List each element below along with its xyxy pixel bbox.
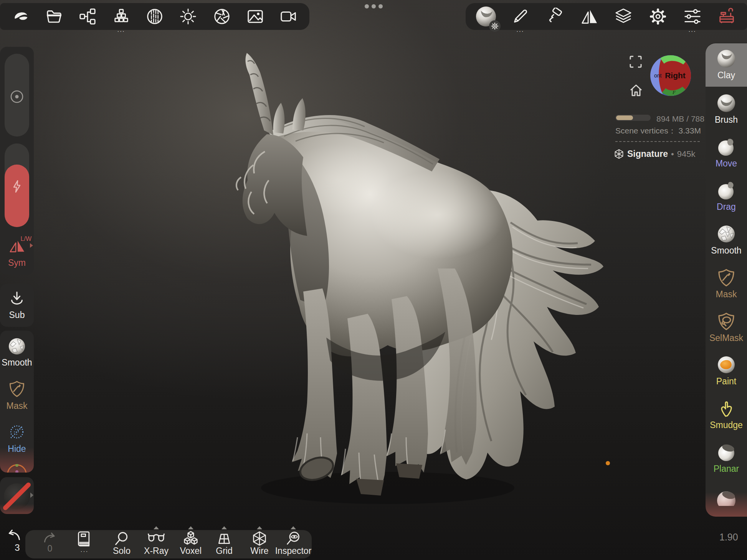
redo-count: 0 [48, 544, 53, 553]
grid-caret [221, 526, 227, 529]
scene-object-count: 945k [677, 149, 696, 159]
xray-label: X-Ray [144, 546, 169, 555]
debug-toolbox-button[interactable] [714, 4, 739, 29]
tool-selmask[interactable]: SelMask [706, 306, 747, 349]
lighting-button[interactable] [176, 4, 200, 29]
stroke-pencil-button[interactable]: ... [508, 4, 532, 29]
stroke-marker-dot [606, 461, 610, 465]
tool-partial-next[interactable] [706, 481, 747, 517]
solo-button[interactable]: Solo [104, 531, 139, 558]
tool-drag[interactable]: Drag [706, 175, 747, 218]
tool-clay[interactable]: Clay [706, 43, 747, 87]
zoom-level: 1.90 [719, 532, 738, 543]
inspector-button[interactable]: Inspector [276, 531, 311, 558]
material-button[interactable] [474, 4, 498, 29]
sym-label[interactable]: Sym [0, 258, 34, 268]
mirror-symmetry-button[interactable] [577, 4, 602, 29]
image-export-button[interactable] [243, 4, 268, 29]
tool-label: SelMask [709, 333, 743, 343]
hide-quick-label[interactable]: Hide [0, 444, 34, 454]
grid-button[interactable]: Grid [207, 531, 242, 558]
scene-object-sep: • [671, 149, 674, 159]
layers-button[interactable] [611, 4, 636, 29]
glasses-icon [147, 531, 165, 546]
partial-sphere-icon [716, 486, 736, 506]
tool-paint[interactable]: Paint [706, 349, 747, 393]
interface-sliders-button[interactable]: ... [680, 4, 705, 29]
wire-button[interactable]: Wire [242, 531, 277, 558]
pencil-overflow: ... [508, 28, 532, 32]
tool-planar[interactable]: Planar [706, 437, 747, 480]
clay-sphere-icon [716, 49, 736, 69]
paint-roller-button[interactable] [542, 4, 567, 29]
radius-slider[interactable] [5, 54, 29, 137]
voxel-button[interactable]: Voxel [173, 531, 208, 558]
brush-sphere-icon [716, 93, 736, 113]
memory-bar-fill [616, 115, 633, 120]
tool-mask[interactable]: Mask [706, 262, 747, 306]
smooth-quick-icon[interactable] [0, 337, 34, 356]
render-aperture-button[interactable] [210, 4, 234, 29]
sub-icon[interactable] [0, 290, 34, 308]
wireframe-hex-icon [251, 531, 268, 546]
tool-label: Mask [716, 289, 737, 300]
video-capture-button[interactable] [276, 4, 301, 29]
tool-smooth[interactable]: Smooth [706, 219, 747, 262]
tool-move[interactable]: Move [706, 132, 747, 175]
smooth-quick-label[interactable]: Smooth [0, 357, 34, 368]
navball-face-label: Right [665, 71, 686, 80]
inspector-caret [291, 526, 296, 529]
mesh-icon [614, 149, 624, 159]
tool-label: Smudge [710, 420, 743, 430]
tool-brush[interactable]: Brush [706, 88, 747, 131]
xray-caret [154, 526, 159, 529]
settings-button[interactable] [646, 4, 670, 29]
multires-overflow: ... [109, 28, 134, 32]
navigation-ball[interactable]: Right ont F [649, 54, 692, 97]
alpha-expand-arrow[interactable] [30, 492, 33, 498]
xray-button[interactable]: X-Ray [139, 531, 174, 558]
multires-button[interactable]: ... [109, 4, 134, 29]
solo-label: Solo [113, 546, 131, 555]
wire-caret [257, 526, 262, 529]
mask-quick-icon[interactable] [0, 380, 34, 398]
symmetry-icon[interactable] [0, 237, 34, 255]
files-button[interactable] [42, 4, 66, 29]
tool-label: Clay [717, 70, 735, 81]
scene-graph-button[interactable] [75, 4, 100, 29]
gizmo-partial-icon[interactable] [5, 464, 28, 473]
sliders-overflow: ... [680, 28, 705, 32]
info-divider [615, 141, 700, 142]
magnifier-icon [114, 531, 129, 546]
quick-tools-panel: Smooth Mask Hide [0, 331, 34, 473]
scene-object-row[interactable]: Signature • 945k [614, 149, 696, 159]
mask-shield-icon [716, 268, 736, 288]
inspector-eye-icon [285, 531, 301, 546]
top-right-toolbar: ... ... [466, 3, 747, 30]
intensity-slider[interactable] [5, 143, 29, 227]
smudge-hand-icon [716, 399, 736, 418]
sub-label[interactable]: Sub [0, 310, 34, 320]
matcap-button[interactable] [142, 4, 167, 29]
fullscreen-button[interactable] [629, 55, 642, 68]
stroke-settings-panel: L/W Sym [0, 47, 34, 275]
tool-label: Planar [714, 464, 739, 474]
redo-button[interactable]: 0 [32, 531, 68, 558]
hide-quick-icon[interactable] [0, 423, 34, 441]
grid-label: Grid [216, 546, 232, 555]
library-button[interactable]: ... [67, 531, 102, 558]
home-view-button[interactable] [629, 84, 643, 97]
window-drag-handle[interactable] [365, 4, 383, 8]
alpha-none-icon[interactable] [2, 480, 31, 511]
nomad-logo-button[interactable] [8, 4, 33, 29]
radius-icon [5, 89, 29, 104]
scene-vertices-text: Scene vertices： 3.33M [615, 125, 701, 136]
mask-quick-label[interactable]: Mask [0, 401, 34, 411]
redo-icon [41, 531, 58, 544]
bottom-toolbar: 0 ... Solo X-Ray [25, 530, 312, 558]
paint-sphere-icon [716, 355, 736, 375]
library-overflow: ... [80, 547, 88, 552]
top-left-toolbar: ... [0, 3, 309, 30]
tool-smudge[interactable]: Smudge [706, 393, 747, 436]
material-settings-badge[interactable] [489, 20, 501, 32]
